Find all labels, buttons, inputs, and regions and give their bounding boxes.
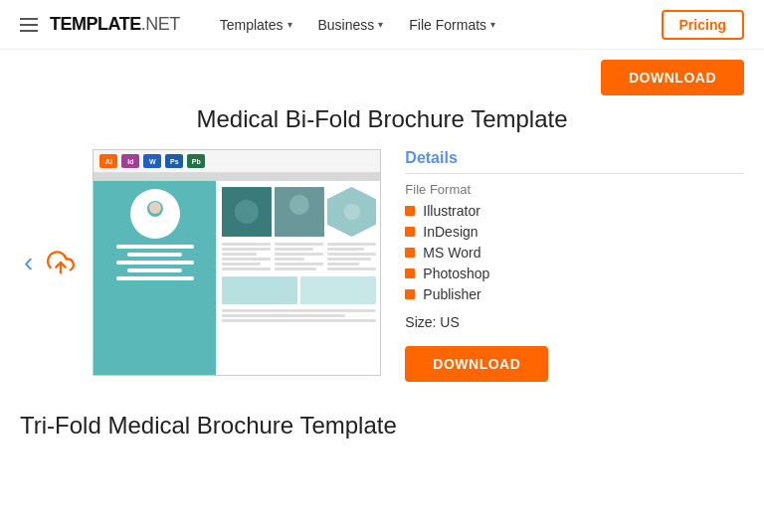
- svg-point-4: [235, 200, 259, 224]
- format-name: InDesign: [423, 224, 478, 240]
- bullet-icon: [405, 268, 415, 278]
- nav-item-templates[interactable]: Templates ▾: [210, 11, 302, 39]
- size-info: Size: US: [405, 314, 744, 330]
- ai-format-icon: Ai: [99, 154, 117, 168]
- svg-point-2: [149, 202, 161, 214]
- format-item-publisher: Publisher: [405, 286, 744, 302]
- file-format-label: File Format: [405, 182, 744, 197]
- download-bottom-button[interactable]: DOWNLOAD: [405, 346, 548, 382]
- template1-title: Medical Bi-Fold Brochure Template: [20, 105, 744, 133]
- format-name: Publisher: [423, 286, 480, 302]
- hamburger-menu[interactable]: [20, 18, 38, 32]
- id-format-icon: Id: [121, 154, 139, 168]
- prev-arrow-icon[interactable]: ‹: [20, 239, 37, 286]
- download-top-button[interactable]: DOWNLOAD: [601, 60, 744, 95]
- template1-details-panel: Details File Format Illustrator InDesign…: [405, 149, 744, 382]
- format-item-msword: MS Word: [405, 245, 744, 261]
- bullet-icon: [405, 206, 415, 216]
- template1-image: Ai Id W Ps Pb: [93, 149, 381, 376]
- main-nav: Templates ▾ Business ▾ File Formats ▾ Pr…: [210, 10, 744, 40]
- bullet-icon: [405, 248, 415, 258]
- nav-item-fileformats[interactable]: File Formats ▾: [399, 11, 505, 39]
- format-name: Illustrator: [423, 203, 480, 219]
- template2-title: Tri-Fold Medical Brochure Template: [20, 412, 744, 440]
- pub-format-icon: Pb: [187, 154, 205, 168]
- format-item-photoshop: Photoshop: [405, 266, 744, 281]
- bullet-icon: [405, 289, 415, 299]
- logo-text: TEMPLATE: [50, 14, 141, 34]
- format-item-indesign: InDesign: [405, 224, 744, 240]
- chevron-down-icon: ▾: [287, 19, 292, 30]
- download-bottom-area: DOWNLOAD: [405, 346, 744, 382]
- template-section-1: Medical Bi-Fold Brochure Template ‹ Ai: [20, 105, 744, 382]
- details-title: Details: [405, 149, 744, 174]
- format-item-illustrator: Illustrator: [405, 203, 744, 219]
- header: TEMPLATE.NET Templates ▾ Business ▾ File…: [0, 0, 764, 50]
- template1-preview: [94, 181, 381, 375]
- template1-body: ‹ Ai Id W Ps Pb: [20, 149, 744, 382]
- template1-left: ‹ Ai Id W Ps Pb: [20, 149, 381, 376]
- main-content: Medical Bi-Fold Brochure Template ‹ Ai: [0, 105, 764, 459]
- bullet-icon: [405, 227, 415, 237]
- format-name: Photoshop: [423, 266, 489, 281]
- ps-format-icon: Ps: [165, 154, 183, 168]
- chevron-down-icon: ▾: [378, 19, 383, 30]
- svg-point-6: [289, 195, 309, 215]
- nav-item-business[interactable]: Business ▾: [308, 11, 394, 39]
- logo[interactable]: TEMPLATE.NET: [50, 14, 180, 35]
- download-top-area: DOWNLOAD: [0, 50, 764, 105]
- svg-point-8: [343, 204, 359, 220]
- format-name: MS Word: [423, 245, 480, 261]
- file-format-group: File Format Illustrator InDesign MS Word: [405, 182, 744, 302]
- chevron-down-icon: ▾: [490, 19, 495, 30]
- share-icon: [47, 249, 75, 276]
- share-button[interactable]: [47, 249, 75, 276]
- pricing-button[interactable]: Pricing: [662, 10, 744, 40]
- doc-format-icon: W: [143, 154, 161, 168]
- logo-ext: .NET: [141, 14, 180, 34]
